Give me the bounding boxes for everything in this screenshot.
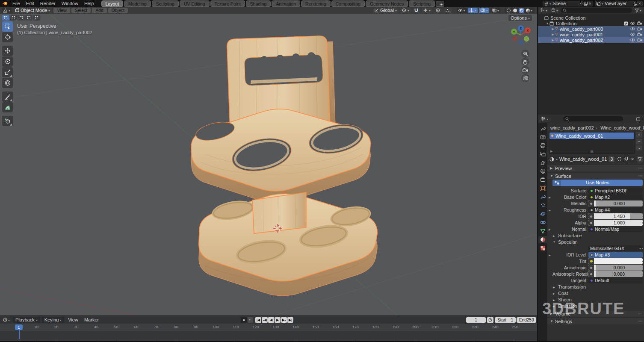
- subsection-coat[interactable]: ▶Coat: [549, 290, 643, 296]
- color-tint[interactable]: [588, 258, 643, 264]
- outliner-item-label[interactable]: wine_caddy_part001: [560, 32, 603, 37]
- properties-tab-particles[interactable]: [538, 202, 547, 209]
- topbar-menu-render[interactable]: Render: [37, 0, 59, 7]
- outliner-row-wine_caddy_part001[interactable]: ▶▽wine_caddy_part001▽: [538, 32, 644, 37]
- subsection-specular[interactable]: ▼Specular: [549, 239, 643, 245]
- show-gizmos-toggle[interactable]: [468, 8, 478, 13]
- tab-rendering[interactable]: Rendering: [301, 0, 330, 7]
- pin-icon[interactable]: [579, 2, 583, 5]
- transform-orientation[interactable]: Global: [373, 8, 399, 13]
- proportional-editing[interactable]: [434, 8, 442, 13]
- viewport-3d[interactable]: Options User Perspective (1) Collection …: [0, 14, 537, 315]
- panel-preview[interactable]: ▶Preview══: [547, 165, 644, 171]
- topbar-menu-edit[interactable]: Edit: [23, 0, 37, 7]
- tool-annotate[interactable]: [2, 91, 13, 102]
- subsection-transmission[interactable]: ▶Transmission: [549, 284, 643, 290]
- topbar-menu-window[interactable]: Window: [59, 0, 81, 7]
- properties-tab-constraints[interactable]: [538, 219, 547, 226]
- object-type-visibility-toggle[interactable]: [457, 8, 467, 13]
- viewport-menu-select[interactable]: Select: [71, 8, 91, 13]
- viewport-menu-object[interactable]: Object: [108, 8, 128, 13]
- play-reverse-button[interactable]: ◀: [268, 317, 274, 323]
- tab-shading[interactable]: Shading: [246, 0, 271, 7]
- hide-eye-icon[interactable]: [630, 27, 635, 31]
- timeline-ruler[interactable]: 1020304050607080901001101201301401501601…: [0, 324, 537, 331]
- jump-to-start-button[interactable]: |◀: [255, 317, 261, 323]
- properties-tab-object-data[interactable]: [538, 227, 547, 235]
- tool-move[interactable]: [2, 46, 13, 56]
- slider-alpha[interactable]: 1.000: [588, 220, 643, 226]
- properties-tab-scene[interactable]: [538, 159, 547, 166]
- stopwatch-button[interactable]: [487, 317, 493, 323]
- topbar-menu-file[interactable]: File: [9, 0, 23, 7]
- tab-compositing[interactable]: Compositing: [331, 0, 365, 7]
- pin-icon[interactable]: [638, 126, 642, 130]
- new-scene-icon[interactable]: [584, 2, 588, 6]
- jump-to-prev-keyframe-button[interactable]: •◀: [262, 317, 268, 323]
- outliner-filter-collection[interactable]: [550, 8, 559, 13]
- field-normal[interactable]: Normal/Map: [588, 226, 643, 232]
- field-tangent[interactable]: Default: [588, 277, 643, 283]
- properties-tab-world[interactable]: [538, 168, 547, 175]
- tool-select-box[interactable]: [2, 21, 13, 32]
- properties-options-icon[interactable]: [636, 117, 642, 121]
- field-base-color[interactable]: Map #2: [588, 194, 643, 200]
- zoom-button[interactable]: [521, 50, 529, 58]
- exclude-checkbox-icon[interactable]: [624, 21, 628, 26]
- properties-tab-modifiers[interactable]: [538, 193, 547, 200]
- shading-material-preview[interactable]: [519, 8, 524, 13]
- material-name[interactable]: Wine_caddy_wood_01: [559, 156, 607, 162]
- properties-display-options[interactable]: [540, 116, 549, 122]
- breadcrumb-material[interactable]: Wine_caddy_wood_01: [600, 125, 644, 130]
- tool-scale[interactable]: [2, 67, 13, 77]
- field-ior-level[interactable]: Map #3: [588, 252, 643, 258]
- breadcrumb-object[interactable]: wine_caddy_part002: [550, 125, 594, 130]
- jump-to-next-keyframe-button[interactable]: ▶•: [281, 317, 287, 323]
- pan-hand-button[interactable]: [521, 58, 529, 66]
- disclosure-triangle-icon[interactable]: ▼: [545, 22, 549, 25]
- new-view-layer-icon[interactable]: [634, 2, 637, 6]
- viewport-canvas[interactable]: [0, 14, 537, 315]
- tab-scripting[interactable]: Scripting: [409, 0, 435, 7]
- animate-dot[interactable]: [642, 261, 643, 262]
- topbar-menu-help[interactable]: Help: [81, 0, 97, 7]
- select-mode-invert[interactable]: [25, 15, 32, 21]
- new-material-button[interactable]: [623, 156, 629, 162]
- tab-geometry-nodes[interactable]: Geometry Nodes: [366, 0, 408, 7]
- snap-toggle[interactable]: [413, 8, 420, 13]
- timeline-menu-marker[interactable]: Marker: [82, 317, 101, 322]
- tab-modeling[interactable]: Modeling: [124, 0, 151, 7]
- orthographic-grid-button[interactable]: [521, 74, 529, 82]
- pivot-point[interactable]: [400, 8, 411, 13]
- outliner-row-collection[interactable]: ▼Collection: [538, 21, 644, 26]
- caddy-middle-shelf[interactable]: [191, 109, 370, 203]
- disclosure-triangle-icon[interactable]: ▶: [551, 27, 555, 31]
- disable-render-camera-icon[interactable]: [637, 32, 642, 36]
- shading-wireframe[interactable]: [506, 8, 511, 13]
- disable-render-camera-icon[interactable]: [637, 38, 642, 42]
- viewport-menu-add[interactable]: Add: [92, 8, 107, 13]
- timeline-menu-playback[interactable]: Playback: [13, 317, 40, 323]
- auto-keying-record-button[interactable]: ●: [241, 317, 247, 323]
- use-nodes-button[interactable]: Use Nodes: [552, 180, 643, 186]
- disable-render-camera-icon[interactable]: [637, 27, 642, 31]
- outliner-search[interactable]: [561, 8, 632, 13]
- tab-layout[interactable]: Layout: [101, 0, 124, 7]
- material-slot-row[interactable]: Wine_caddy_wood_01: [549, 133, 634, 139]
- navigation-gizmo[interactable]: Z Y X: [511, 25, 531, 45]
- shading-solid[interactable]: [512, 8, 518, 13]
- slider-anisotropic[interactable]: 0.000: [588, 265, 643, 271]
- play-forward-button[interactable]: ▶: [275, 317, 281, 323]
- slider-anisotropic-rotation[interactable]: 0.000: [588, 271, 643, 277]
- outliner-item-label[interactable]: Scene Collection: [550, 15, 586, 21]
- disclosure-triangle-icon[interactable]: ▶: [551, 38, 555, 42]
- disable-render-camera-icon[interactable]: [637, 21, 642, 25]
- outliner-filter-button[interactable]: [633, 8, 643, 13]
- view-layer-selector[interactable]: ViewLayer ×: [595, 1, 643, 6]
- slot-list-grip[interactable]: ≡: [591, 149, 593, 154]
- add-material-slot-button[interactable]: +: [636, 132, 642, 138]
- panel-surface[interactable]: ▼Surface══: [547, 172, 644, 179]
- properties-tab-output[interactable]: [538, 142, 547, 149]
- show-overlays-toggle[interactable]: [479, 8, 489, 13]
- blender-logo-icon[interactable]: [2, 1, 8, 6]
